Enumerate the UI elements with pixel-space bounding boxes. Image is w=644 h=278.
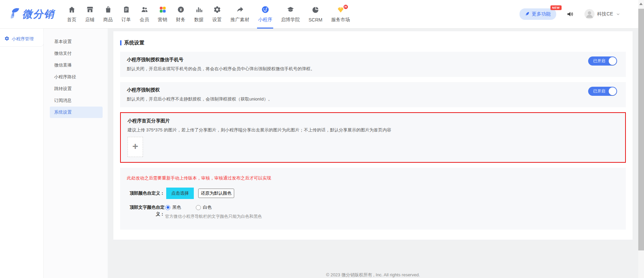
radio-icon [165,205,170,210]
menu-item-jump-settings[interactable]: 跳转设置 [50,83,103,94]
members-icon [141,6,148,14]
primary-sidebar: 小程序管理 [0,29,44,278]
nav-item-data[interactable]: 数据 [190,0,208,29]
nav-item-shop[interactable]: 店铺 [81,0,99,29]
menu-item-subscribe-message[interactable]: 订阅消息 [50,95,103,106]
text-color-hint: 官方微信小程序导航栏的文字颜色只能为白色和黑色 [165,214,262,220]
new-badge: NEW [550,5,562,10]
toggle-label: 已开启 [593,58,605,64]
clipboard-icon [122,6,130,14]
home-icon [68,6,76,14]
setting-description: 默认关闭，开启后小程序不走静默授权，会强制弹框授权（获取unionId）。 [127,96,619,102]
marketing-icon [159,6,167,14]
setting-description: 建议上传 375*375 的图片，若上传了分享图片，则小程序端分享出去展示的图片… [128,127,618,133]
menu-item-wechat-live[interactable]: 微信直播 [50,59,103,71]
page-title: 系统设置 [124,40,144,46]
image-upload-button[interactable]: + [128,137,143,157]
avatar [584,9,595,19]
more-features-button[interactable]: 更多功能 NEW [520,8,556,20]
svg-text:¥: ¥ [180,7,182,11]
announcement-speaker-icon[interactable] [566,10,574,18]
radio-black[interactable]: 黑色 [165,204,181,210]
scrollbar-thumb[interactable] [638,9,644,250]
pick-color-button[interactable]: 点击选择 [166,188,194,199]
content-panel: 系统设置 小程序强制授权微信手机号 默认关闭，开启后未填写手机号的会员，将会在小… [113,31,633,240]
graduation-cap-icon [287,6,294,14]
nav-item-service-market[interactable]: H 服务市场 [327,0,354,29]
storefront-icon [86,6,94,14]
app-logo[interactable]: 微分销 [9,7,55,21]
finance-yuan-icon: ¥ [177,6,185,14]
top-color-row: 顶部颜色自定义： 点击选择 还原为默认颜色 [127,188,619,199]
version-warning-text: 此处改动之后需要重新手动上传版本，审核，审核通过发布之后才可以实现 [127,175,619,181]
setting-card-home-share-image: 小程序首页分享图片 建议上传 375*375 的图片，若上传了分享图片，则小程序… [120,112,626,163]
user-name: 科技CE [597,11,613,17]
top-text-color-row: 顶部文字颜色自定义： 黑色 白色 官方微信小程序导 [127,204,619,220]
logo-text: 微分销 [22,7,55,21]
menu-item-wechat-pay[interactable]: 微信支付 [50,48,103,59]
setting-card-force-phone-auth: 小程序强制授权微信手机号 默认关闭，开启后未填写手机号的会员，将会在小程序会员中… [120,52,626,77]
radio-white[interactable]: 白色 [196,204,212,210]
nav-item-members[interactable]: 会员 [135,0,153,29]
vertical-scrollbar[interactable] [638,0,644,278]
sidebar-root-label: 小程序管理 [12,36,34,42]
top-color-label: 顶部颜色自定义： [127,190,165,197]
user-menu[interactable]: 科技CE [584,9,620,19]
setting-title: 小程序强制授权微信手机号 [127,57,619,63]
top-nav: 微分销 首页 店铺 商品 订单 会员 营销 ¥ 财务 [0,0,644,29]
nav-item-marketing[interactable]: 营销 [153,0,172,29]
gear-icon [4,36,9,42]
rocket-icon [525,11,530,17]
toggle-force-phone-auth[interactable]: 已开启 [588,56,617,66]
text-color-options: 黑色 白色 官方微信小程序导航栏的文字颜色只能为白色和黑色 [165,204,262,220]
scroll-up-arrow-icon[interactable] [639,3,643,5]
setting-title: 小程序首页分享图片 [128,118,618,124]
chevron-down-icon [616,12,620,16]
menu-item-system-settings[interactable]: 系统设置 [50,107,103,118]
section-header: 系统设置 [120,40,626,46]
toggle-label: 已开启 [593,88,605,94]
gear-icon [213,6,221,14]
nav-item-scrm[interactable]: SCRM [304,0,327,29]
setting-card-appearance: 此处改动之后需要重新手动上传版本，审核，审核通过发布之后才可以实现 顶部颜色自定… [120,168,626,230]
nav-item-orders[interactable]: 订单 [117,0,135,29]
section-accent-bar [120,40,121,45]
setting-description: 默认关闭，开启后未填写手机号的会员，将会在小程序会员中心弹出强制授权微信手机号的… [127,66,619,72]
bar-chart-icon [195,6,203,14]
nav-right-cluster: 更多功能 NEW 科技CE [520,8,631,20]
nav-item-promo-material[interactable]: 推广素材 [226,0,254,29]
plus-icon: + [132,141,138,151]
setting-card-force-auth: 小程序强制授权 默认关闭，开启后小程序不走静默授权，会强制弹框授权（获取unio… [120,82,626,107]
nav-item-home[interactable]: 首页 [63,0,81,29]
shopping-bag-icon [104,6,112,14]
nav-item-goods[interactable]: 商品 [99,0,117,29]
toggle-knob [609,87,616,95]
nav-item-settings[interactable]: 设置 [208,0,226,29]
logo-icon [9,7,20,21]
toggle-knob [609,57,616,65]
toggle-force-auth[interactable]: 已开启 [588,87,617,96]
market-hot-badge: H [344,5,348,9]
sidebar-item-miniprogram-management[interactable]: 小程序管理 [0,32,44,47]
nav-items: 首页 店铺 商品 订单 会员 营销 ¥ 财务 数据 [63,0,354,29]
menu-item-miniprogram-path[interactable]: 小程序路径 [50,71,103,83]
pie-chart-icon [312,6,319,15]
nav-item-finance[interactable]: ¥ 财务 [172,0,190,29]
nav-item-miniprogram[interactable]: 小程序 [254,0,277,29]
menu-item-basic-settings[interactable]: 基本设置 [50,36,103,47]
page-layout: 小程序管理 基本设置 微信支付 微信直播 小程序路径 跳转设置 订阅消息 系统设… [0,29,644,278]
main-area: 系统设置 小程序强制授权微信手机号 默认关闭，开启后未填写手机号的会员，将会在小… [108,29,644,278]
nav-item-academy[interactable]: 启博学院 [277,0,304,29]
radio-icon [196,205,201,210]
secondary-sidebar: 基本设置 微信支付 微信直播 小程序路径 跳转设置 订阅消息 系统设置 [44,29,108,278]
reset-color-button[interactable]: 还原为默认颜色 [198,189,234,198]
setting-title: 小程序强制授权 [127,87,619,93]
miniprogram-icon [261,6,269,14]
share-arrow-icon [236,6,244,14]
copyright-footer: © 2023 微分销版权所有 , Inc. All rights reserve… [113,272,633,278]
top-text-color-label: 顶部文字颜色自定义： [127,204,165,217]
